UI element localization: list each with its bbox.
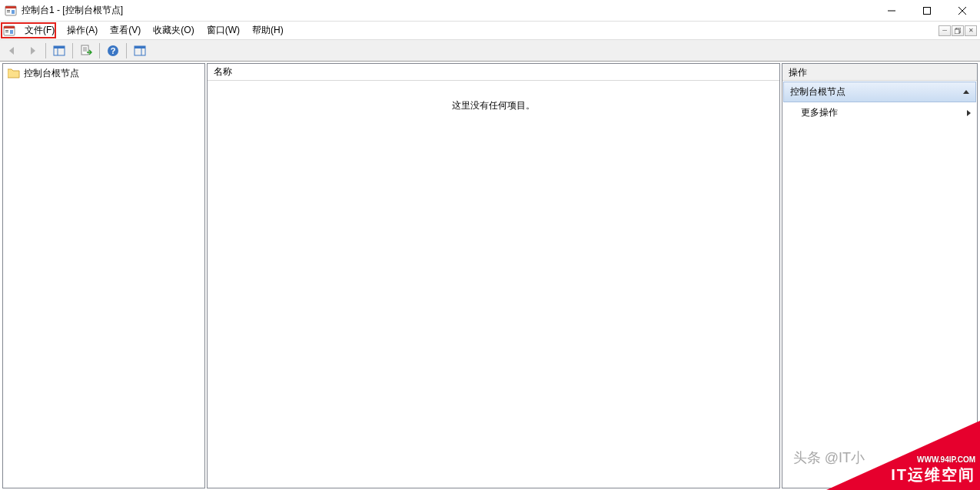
- svg-rect-1: [5, 6, 16, 8]
- window-title: 控制台1 - [控制台根节点]: [22, 4, 874, 17]
- svg-rect-10: [4, 26, 15, 28]
- mdi-close-button[interactable]: ✕: [965, 25, 977, 36]
- svg-rect-11: [5, 30, 8, 31]
- mdi-minimize-button[interactable]: ─: [938, 25, 951, 36]
- toolbar-separator: [126, 43, 127, 58]
- folder-icon: [8, 68, 20, 78]
- menu-view[interactable]: 查看(V): [104, 22, 147, 39]
- menu-action[interactable]: 操作(A): [61, 22, 104, 39]
- svg-rect-13: [10, 30, 13, 34]
- svg-rect-15: [955, 29, 959, 34]
- column-name[interactable]: 名称: [208, 63, 238, 81]
- mdi-controls: ─ ✕: [938, 25, 978, 36]
- help-button[interactable]: ?: [104, 42, 122, 60]
- maximize-button[interactable]: [909, 0, 945, 22]
- action-section-header[interactable]: 控制台根节点: [783, 82, 976, 102]
- tree-root-label: 控制台根节点: [24, 67, 79, 80]
- back-button[interactable]: [3, 42, 22, 60]
- menu-favorites[interactable]: 收藏夹(O): [147, 22, 200, 39]
- toolbar-separator: [99, 43, 100, 58]
- list-body: 这里没有任何项目。: [208, 81, 779, 488]
- svg-text:?: ?: [111, 46, 116, 55]
- actions-header: 操作: [782, 64, 977, 81]
- window-controls: [874, 0, 980, 21]
- action-more-label: 更多操作: [801, 106, 838, 119]
- menu-file[interactable]: 文件(F): [18, 22, 61, 39]
- svg-rect-26: [135, 46, 145, 48]
- close-button[interactable]: [945, 0, 980, 22]
- svg-rect-4: [12, 10, 15, 14]
- list-header: 名称: [208, 64, 779, 81]
- show-hide-action-pane-button[interactable]: [131, 42, 149, 60]
- svg-rect-19: [81, 45, 88, 55]
- svg-rect-17: [54, 46, 65, 48]
- svg-rect-6: [924, 8, 931, 15]
- action-section-label: 控制台根节点: [790, 85, 845, 98]
- export-list-button[interactable]: [77, 42, 95, 60]
- mdi-restore-button[interactable]: [952, 25, 964, 36]
- title-bar: 控制台1 - [控制台根节点]: [0, 0, 980, 22]
- watermark-url: WWW.94IP.COM: [917, 455, 975, 464]
- app-icon: [5, 5, 17, 17]
- collapse-icon: [963, 90, 969, 94]
- svg-rect-2: [7, 10, 10, 11]
- menu-bar: 文件(F) 操作(A) 查看(V) 收藏夹(O) 窗口(W) 帮助(H) ─ ✕: [0, 22, 980, 40]
- minimize-button[interactable]: [874, 0, 909, 22]
- show-hide-tree-button[interactable]: [50, 42, 68, 60]
- list-panel: 名称 这里没有任何项目。: [207, 63, 780, 488]
- toolbar-separator: [72, 43, 73, 58]
- mdi-icon: [3, 25, 15, 37]
- svg-rect-3: [7, 12, 10, 12]
- toolbar: ?: [0, 40, 980, 62]
- action-more[interactable]: 更多操作: [782, 102, 977, 123]
- menu-help[interactable]: 帮助(H): [246, 22, 290, 39]
- empty-message: 这里没有任何项目。: [452, 99, 535, 112]
- tree-root-node[interactable]: 控制台根节点: [5, 65, 203, 81]
- watermark-main: IT运维空间: [891, 465, 975, 485]
- svg-rect-12: [5, 32, 8, 32]
- menu-window[interactable]: 窗口(W): [201, 22, 246, 39]
- tree-panel: 控制台根节点: [2, 63, 205, 488]
- submenu-icon: [967, 110, 971, 116]
- toolbar-separator: [45, 43, 46, 58]
- forward-button[interactable]: [23, 42, 42, 60]
